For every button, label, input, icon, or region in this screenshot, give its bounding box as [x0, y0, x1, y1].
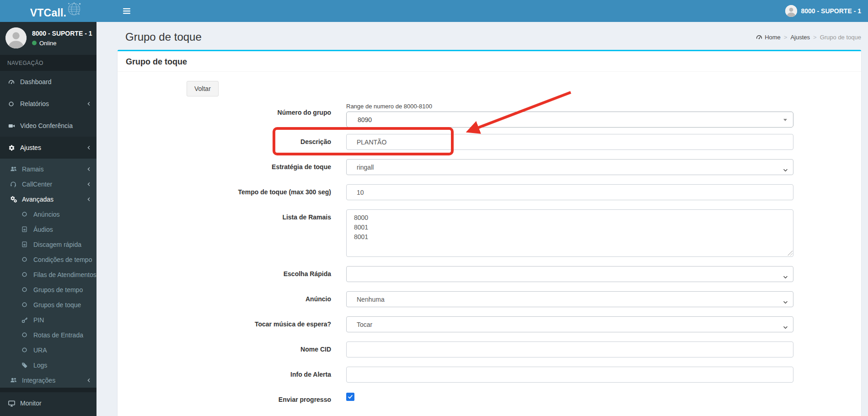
field-control-escolha-rapida [346, 266, 793, 282]
sidebar-item-label: Anúncios [33, 211, 60, 218]
sidebar-item-condicoes-de-tempo[interactable]: Condições de tempo [0, 252, 96, 267]
field-label-numero-do-grupo: Número do grupo [122, 103, 331, 128]
circle-icon [8, 101, 20, 107]
breadcrumb-item-ajustes[interactable]: Ajustes [790, 34, 810, 41]
sidebar-item-label: CallCenter [22, 181, 52, 188]
brand-logo[interactable]: VTCall. [0, 0, 96, 22]
online-status-label: Online [39, 40, 57, 47]
breadcrumb: Home>Ajustes>Grupo de toque [756, 34, 861, 41]
breadcrumb-item-home[interactable]: Home [756, 34, 781, 41]
field-control-descricao [346, 134, 793, 150]
chevron-down-icon [783, 298, 788, 305]
anuncio-select[interactable]: Nenhuma [346, 291, 793, 307]
sidebar-user-name: 8000 - SUPORTE - 1 [32, 30, 92, 37]
info-de-alerta-input[interactable] [346, 367, 793, 383]
sidebar-item-label: Ramais [22, 165, 43, 173]
users-icon [10, 377, 22, 384]
app: VTCall. 8000 - SUPORTE - 1 Online NAVEGA… [0, 0, 868, 416]
sidebar-item-ura[interactable]: URA [0, 342, 96, 357]
field-label-estrategia-de-toque: Estratégia de toque [122, 159, 331, 175]
breadcrumb-label: Ajustes [790, 34, 810, 41]
sidebar-item-integracoes[interactable]: Integrações [0, 373, 96, 388]
selected-value: ringall [357, 164, 374, 171]
sidebar-item-label: Relatórios [20, 100, 49, 107]
back-button[interactable]: Voltar [187, 81, 219, 96]
sidebar-item-ajustes[interactable]: Ajustes [0, 137, 96, 159]
topbar: 8000 - SUPORTE - 1 [96, 0, 868, 22]
field-control-tocar-musica-de-espera: Tocar [346, 316, 793, 332]
sidebar-item-label: Filas de Atendimentos [33, 271, 96, 278]
key-icon [21, 317, 33, 323]
users-icon [10, 165, 22, 172]
form-row-anuncio: AnúncioNenhuma [122, 291, 857, 307]
form-row-escolha-rapida: Escolha Rápida [122, 266, 857, 282]
globe-icon [64, 0, 84, 20]
field-label-anuncio: Anúncio [122, 291, 331, 307]
chevron-down-icon [783, 166, 788, 173]
sidebar-item-avancadas[interactable]: Avançadas [0, 192, 96, 207]
sidebar-item-anuncios[interactable]: Anúncios [0, 207, 96, 222]
sidebar-item-label: Grupos de tempo [33, 286, 83, 293]
numero-do-grupo-select[interactable]: 8090 [346, 112, 793, 128]
sidebar-item-label: Grupos de toque [33, 301, 81, 309]
field-control-tempo-de-toque [346, 184, 793, 200]
topbar-avatar [785, 5, 797, 17]
enviar-progresso-checkbox[interactable] [346, 393, 354, 401]
estrategia-de-toque-select[interactable]: ringall [346, 159, 793, 175]
sidebar-item-monitor[interactable]: Monitor [0, 392, 96, 414]
chevron-left-icon [87, 181, 91, 187]
sidebar-item-grupos-de-tempo[interactable]: Grupos de tempo [0, 282, 96, 297]
sidebar-item-rotas-de-entrada[interactable]: Rotas de Entrada [0, 327, 96, 342]
sidebar-item-filas-de-atendimentos[interactable]: Filas de Atendimentos [0, 267, 96, 282]
topbar-user-label: 8000 - SUPORTE - 1 [801, 7, 862, 15]
hamburger-menu-icon[interactable] [123, 8, 130, 14]
form-row-info-de-alerta: Info de Alerta [122, 367, 857, 383]
caret-down-icon [783, 119, 787, 121]
form-row-lista-de-ramais: Lista de Ramais [122, 209, 857, 257]
nome-cid-input[interactable] [346, 341, 793, 357]
circle-icon [21, 332, 33, 338]
field-control-lista-de-ramais [346, 209, 793, 257]
field-label-descricao: Descrição [122, 134, 331, 150]
field-control-numero-do-grupo: Range de numero de 8000-81008090 [346, 103, 793, 128]
circle-icon [21, 287, 33, 293]
gauge-icon [8, 79, 20, 85]
sidebar-item-logs[interactable]: Logs [0, 357, 96, 373]
descricao-input[interactable] [346, 134, 793, 150]
sidebar-item-dashboard[interactable]: Dashboard [0, 71, 96, 93]
form-row-tocar-musica-de-espera: Tocar música de espera?Tocar [122, 316, 857, 332]
circle-icon [21, 302, 33, 308]
sidebar-item-discagem-rapida[interactable]: Discagem rápida [0, 237, 96, 252]
breadcrumb-separator: > [813, 34, 817, 41]
field-label-tempo-de-toque: Tempo de toque (max 300 seg) [122, 184, 331, 200]
sidebar-item-grupos-de-toque[interactable]: Grupos de toque [0, 297, 96, 312]
tags-icon [21, 362, 33, 368]
gauge-icon [756, 34, 762, 40]
topbar-user-menu[interactable]: 8000 - SUPORTE - 1 [785, 0, 868, 22]
tempo-de-toque-input[interactable] [346, 184, 793, 200]
sidebar-item-label: Ajustes [20, 144, 41, 151]
sidebar-item-label: Monitor [20, 400, 42, 407]
sidebar-item-label: Áudios [33, 226, 53, 233]
field-hint-numero-do-grupo: Range de numero de 8000-8100 [346, 103, 793, 110]
sidebar-item-label: Rotas de Entrada [33, 331, 83, 339]
sidebar-section-divider [0, 388, 96, 392]
sidebar-item-relatorios[interactable]: Relatórios [0, 93, 96, 115]
tocar-musica-de-espera-select[interactable]: Tocar [346, 316, 793, 332]
main-area: 8000 - SUPORTE - 1 Grupo de toque Home>A… [96, 0, 868, 416]
sidebar-item-ramais[interactable]: Ramais [0, 161, 96, 176]
sidebar-item-audios[interactable]: Áudios [0, 222, 96, 237]
sidebar-item-video-conferencia[interactable]: Video Conferência [0, 115, 96, 137]
sidebar-item-label: Discagem rápida [33, 241, 81, 248]
form-row-estrategia-de-toque: Estratégia de toqueringall [122, 159, 857, 175]
sidebar-item-label: URA [33, 347, 47, 354]
escolha-rapida-select[interactable] [346, 266, 793, 282]
lista-de-ramais-textarea[interactable] [346, 209, 793, 257]
sidebar-item-pin[interactable]: PIN [0, 312, 96, 327]
panel-body: Voltar Número do grupoRange de numero de… [118, 72, 861, 416]
chevron-left-icon [87, 378, 91, 383]
selected-value: Tocar [357, 321, 372, 328]
selected-value: Nenhuma [357, 296, 385, 303]
page-title: Grupo de toque [125, 31, 202, 43]
sidebar-item-callcenter[interactable]: CallCenter [0, 176, 96, 192]
